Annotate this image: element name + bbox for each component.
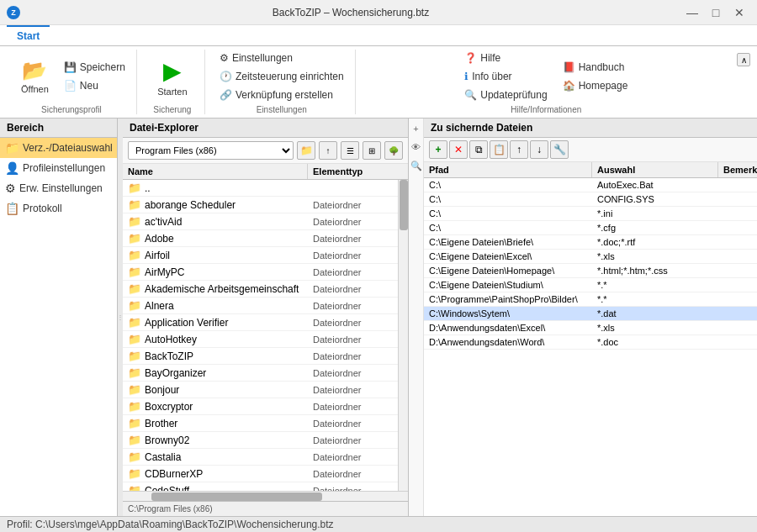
- speichern-button[interactable]: 💾 Speichern: [60, 59, 130, 76]
- starten-button[interactable]: ▶ Starten: [147, 53, 198, 101]
- explorer-row[interactable]: 📁 Application Verifier Dateiordner: [123, 314, 398, 331]
- backup-row-path: C:\: [424, 178, 592, 192]
- hscroll-track[interactable]: [123, 492, 408, 501]
- explorer-row[interactable]: 📁 Adobe Dateiordner: [123, 230, 398, 247]
- explorer-row[interactable]: 📁 BayOrganizer Dateiordner: [123, 365, 398, 382]
- explorer-row-name: 📁 Castalia: [123, 449, 308, 465]
- explorer-row-name-text: Adobe: [145, 233, 174, 245]
- left-icon-search[interactable]: 🔍: [410, 159, 423, 172]
- explorer-scrollbar[interactable]: [398, 180, 408, 491]
- update-button[interactable]: 🔍 Updateprüfung: [460, 87, 551, 103]
- backup-row[interactable]: D:\Anwendungsdaten\Word\ *.doc: [424, 335, 757, 350]
- backup-row[interactable]: C:\Eigene Dateien\Homepage\ *.html;*.htm…: [424, 264, 757, 278]
- backup-row-path: C:\Eigene Dateien\Homepage\: [424, 264, 592, 277]
- backup-row[interactable]: C:\Programme\PaintShopPro\Bilder\ *.*: [424, 292, 757, 307]
- backup-row-remark: [718, 212, 757, 215]
- explorer-row[interactable]: 📁 Brother Dateiordner: [123, 415, 398, 432]
- nav-folder-button[interactable]: 📁: [297, 141, 315, 160]
- close-button[interactable]: ✕: [728, 4, 750, 21]
- explorer-row-name: 📁 BayOrganizer: [123, 365, 308, 381]
- info-button[interactable]: ℹ Info über: [460, 68, 551, 85]
- zeitsteuerung-icon: 🕐: [220, 71, 232, 82]
- backup-row[interactable]: C:\Eigene Dateien\Studium\ *.*: [424, 278, 757, 292]
- backup-row[interactable]: C:\ *.ini: [424, 207, 757, 221]
- backup-row-path: D:\Anwendungsdaten\Excel\: [424, 321, 592, 334]
- view-tree-button[interactable]: 🌳: [384, 141, 403, 160]
- folder-row-icon: 📁: [128, 484, 141, 491]
- explorer-row-type: Dateiordner: [308, 467, 398, 481]
- handbuch-button[interactable]: 📕 Handbuch: [558, 59, 633, 76]
- backup-row[interactable]: C:\ CONFIG.SYS: [424, 192, 757, 207]
- zeitsteuerung-button[interactable]: 🕐 Zeitsteuerung einrichten: [215, 68, 348, 85]
- explorer-row[interactable]: 📁 AutoHotkey Dateiordner: [123, 331, 398, 348]
- backup-props-button[interactable]: 🔧: [550, 140, 569, 159]
- explorer-row[interactable]: 📁 aborange Scheduler Dateiordner: [123, 197, 398, 213]
- explorer-row[interactable]: 📁 ac'tivAid Dateiordner: [123, 213, 398, 230]
- explorer-row[interactable]: 📁 CDBurnerXP Dateiordner: [123, 466, 398, 482]
- explorer-row[interactable]: 📁 ..: [123, 180, 398, 197]
- backup-row[interactable]: D:\Anwendungsdaten\Excel\ *.xls: [424, 321, 757, 335]
- backup-row[interactable]: C:\ *.cfg: [424, 221, 757, 235]
- nav-up-button[interactable]: ↑: [319, 141, 337, 160]
- backup-col-selection-header: Auswahl: [592, 162, 718, 177]
- neu-icon: 📄: [64, 80, 77, 92]
- folder-row-icon: 📁: [128, 232, 141, 245]
- explorer-hscroll[interactable]: [123, 491, 408, 501]
- explorer-row[interactable]: 📁 Airfoil Dateiordner: [123, 247, 398, 264]
- backup-row[interactable]: C:\ AutoExec.Bat: [424, 178, 757, 192]
- einstellungen-button[interactable]: ⚙ Einstellungen: [215, 50, 348, 66]
- backup-moveup-button[interactable]: ↑: [510, 140, 528, 159]
- view-list-button[interactable]: ☰: [341, 141, 359, 160]
- backup-row-remark: [718, 326, 757, 329]
- verknuepfung-button[interactable]: 🔗 Verknüpfung erstellen: [215, 87, 348, 103]
- backup-row-path: C:\Eigene Dateien\Excel\: [424, 250, 592, 263]
- tab-start[interactable]: Start: [7, 25, 50, 45]
- ribbon-group-einstellungen: ⚙ Einstellungen 🕐 Zeitsteuerung einricht…: [209, 50, 356, 114]
- backup-row[interactable]: C:\Eigene Dateien\Briefe\ *.doc;*.rtf: [424, 235, 757, 250]
- explorer-row-name: 📁 Bonjour: [123, 382, 308, 398]
- maximize-button[interactable]: □: [705, 4, 727, 21]
- hilfe-button[interactable]: ❓ Hilfe: [460, 50, 551, 66]
- explorer-row[interactable]: 📁 Alnera Dateiordner: [123, 298, 398, 314]
- explorer-row[interactable]: 📁 CodeStuff Dateiordner: [123, 482, 398, 491]
- backup-paste-button[interactable]: 📋: [490, 140, 508, 159]
- explorer-row[interactable]: 📁 Browny02 Dateiordner: [123, 432, 398, 449]
- backup-copy-button[interactable]: ⧉: [469, 140, 488, 159]
- hscroll-thumb[interactable]: [151, 492, 322, 501]
- backup-movedown-button[interactable]: ↓: [530, 140, 548, 159]
- ribbon-collapse-button[interactable]: ∧: [737, 53, 750, 66]
- backup-row-path: D:\Anwendungsdaten\Word\: [424, 335, 592, 349]
- backup-row[interactable]: C:\Windows\Sytem\ *.dat: [424, 307, 757, 321]
- explorer-row[interactable]: 📁 Akademische Arbeitsgemeinschaft Dateio…: [123, 281, 398, 298]
- verknuepfung-label: Verknüpfung erstellen: [236, 89, 333, 101]
- explorer-row-type: Dateiordner: [308, 450, 398, 464]
- view-detail-button[interactable]: ⊞: [363, 141, 381, 160]
- backup-row[interactable]: C:\Eigene Dateien\Excel\ *.xls: [424, 250, 757, 264]
- path-select[interactable]: Program Files (x86): [128, 141, 294, 160]
- explorer-scrollbar-thumb[interactable]: [400, 180, 408, 230]
- left-icon-view[interactable]: 👁: [410, 140, 423, 154]
- hilfe-group-label: Hilfe/Informationen: [511, 103, 581, 114]
- homepage-button[interactable]: 🏠 Homepage: [558, 77, 633, 94]
- explorer-row[interactable]: 📁 BackToZIP Dateiordner: [123, 348, 398, 365]
- neu-button[interactable]: 📄 Neu: [60, 77, 130, 94]
- explorer-row[interactable]: 📁 AirMyPC Dateiordner: [123, 264, 398, 281]
- oeffnen-button[interactable]: 📂 Öffnen: [13, 55, 56, 98]
- sidebar-item-erw-einstellungen[interactable]: ⚙ Erw. Einstellungen: [0, 178, 117, 198]
- backup-row-selection: *.*: [592, 292, 718, 306]
- left-icon-add[interactable]: +: [410, 122, 423, 135]
- minimize-button[interactable]: —: [681, 4, 703, 21]
- explorer-row-name: 📁 Application Verifier: [123, 314, 308, 330]
- backup-delete-button[interactable]: ✕: [449, 140, 468, 159]
- backup-add-button[interactable]: +: [429, 140, 447, 159]
- content-area: ⋮ Datei-Explorer Program Files (x86) 📁 ↑…: [118, 119, 757, 516]
- sidebar-item-verz-dateiauswahl[interactable]: 📁 Verz.-/Dateiauswahl: [0, 138, 117, 158]
- explorer-row-type: Dateiordner: [308, 249, 398, 262]
- explorer-row-type: Dateiordner: [308, 232, 398, 245]
- explorer-row[interactable]: 📁 Castalia Dateiordner: [123, 449, 398, 466]
- sidebar-item-protokoll[interactable]: 📋 Protokoll: [0, 198, 117, 219]
- explorer-row[interactable]: 📁 Boxcryptor Dateiordner: [123, 398, 398, 415]
- explorer-row-name: 📁 AutoHotkey: [123, 331, 308, 347]
- sidebar-item-profileinstellungen[interactable]: 👤 Profileinstellungen: [0, 158, 117, 178]
- explorer-row[interactable]: 📁 Bonjour Dateiordner: [123, 382, 398, 398]
